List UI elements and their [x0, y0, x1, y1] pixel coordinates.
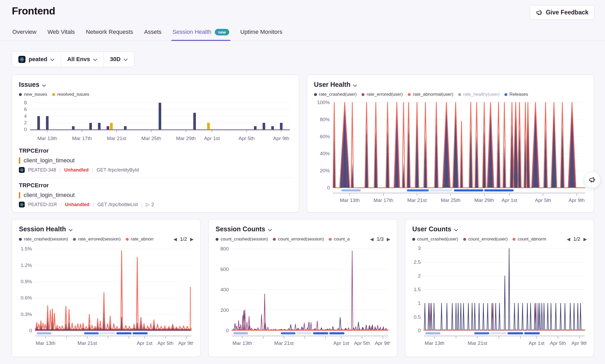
give-feedback-button[interactable]: Give Feedback — [530, 5, 594, 20]
session_counts-chart-svg: 0200400600800Mar 13thMar 21stApr 1stApr … — [216, 243, 390, 347]
environment-filter[interactable]: All Envs — [61, 52, 103, 67]
svg-text:Apr 9th: Apr 9th — [178, 340, 194, 346]
date-range-filter-label: 30D — [110, 56, 121, 63]
svg-text:Mar 21st: Mar 21st — [407, 197, 427, 203]
tab-label: Web Vitals — [48, 29, 75, 35]
issue-culprit[interactable]: client_login_timeout — [19, 192, 292, 199]
pager-prev-icon[interactable]: ◀ — [173, 237, 177, 242]
svg-text:Mar 17th: Mar 17th — [72, 136, 92, 141]
legend-item[interactable]: count_errored(user) — [463, 237, 508, 242]
session-health-panel-title[interactable]: Session Health — [19, 225, 194, 233]
session-health-chart[interactable]: 00.3%0.6%0.9%1.2%1.5%Mar 13thMar 21stApr… — [19, 243, 194, 347]
legend-item[interactable]: count_a — [329, 237, 350, 242]
issues-panel-title[interactable]: Issues — [19, 81, 292, 88]
legend-item[interactable]: count_errored(session) — [273, 237, 324, 242]
pager-next-icon[interactable]: ▶ — [583, 237, 587, 242]
session-counts-chart[interactable]: 0200400600800Mar 13thMar 21stApr 1stApr … — [216, 243, 390, 347]
svg-text:3: 3 — [418, 245, 421, 251]
tab-overview[interactable]: Overview — [12, 27, 37, 41]
tab-uptime-monitors[interactable]: Uptime Monitors — [240, 27, 283, 41]
legend-items: count_crashed(session)count_errored(sess… — [216, 237, 366, 242]
svg-text:8: 8 — [24, 100, 27, 105]
legend-item[interactable]: rate_errored(session) — [73, 237, 121, 242]
svg-text:1.5%: 1.5% — [21, 246, 32, 251]
legend-items: rate_crashed(user)rate_errored(user)rate… — [314, 92, 587, 97]
project-filter[interactable]: peated — [12, 52, 61, 67]
legend-label: rate_crashed(session) — [24, 237, 68, 242]
pager-prev-icon[interactable]: ◀ — [567, 237, 570, 242]
legend-label: Releases — [509, 92, 528, 97]
tab-network-requests[interactable]: Network Requests — [85, 27, 134, 41]
megaphone-icon — [589, 176, 596, 183]
svg-text:Apr 9th: Apr 9th — [273, 136, 289, 141]
error-level-bar — [19, 157, 20, 164]
chevron-down-icon — [268, 225, 272, 233]
svg-text:Mar 17th: Mar 17th — [373, 197, 393, 203]
legend-item[interactable]: rate_abnorr — [126, 237, 154, 242]
user-counts-panel-title[interactable]: User Counts — [412, 225, 587, 233]
issues-chart[interactable]: 02468Mar 13thMar 17thMar 21stMar 25thMar… — [19, 98, 292, 142]
svg-text:Mar 29th: Mar 29th — [176, 136, 196, 141]
legend-item[interactable]: rate_crashed(session) — [19, 237, 68, 242]
feedback-fab-button[interactable] — [584, 172, 601, 188]
separator: | — [60, 167, 61, 173]
project-filter-label: peated — [29, 56, 47, 63]
panel-title-label: Issues — [19, 81, 39, 88]
tab-label: Assets — [144, 29, 161, 35]
legend-item[interactable]: Releases — [504, 92, 528, 97]
legend-pager: ◀ 1/3 ▶ — [370, 236, 390, 242]
user-counts-chart[interactable]: 00.511.522.53Mar 13thMar 21stApr 1stApr … — [412, 243, 587, 347]
legend-label: rate_abnorr — [131, 237, 154, 242]
svg-text:Mar 13th: Mar 13th — [36, 340, 55, 346]
legend-item[interactable]: count_abnorm — [513, 237, 546, 242]
pager-prev-icon[interactable]: ◀ — [370, 237, 373, 242]
svg-text:2.5: 2.5 — [414, 259, 421, 265]
svg-text:Mar 21st: Mar 21st — [274, 340, 294, 346]
separator: | — [60, 202, 62, 207]
panel-user-health: User Health rate_crashed(user)rate_error… — [307, 75, 594, 212]
filter-bar: peated All Envs 30D — [12, 51, 134, 67]
issue-title-link[interactable]: TRPCError — [19, 182, 292, 189]
pager-next-icon[interactable]: ▶ — [387, 237, 390, 242]
user-health-panel-title[interactable]: User Health — [314, 81, 587, 88]
legend-item[interactable]: rate_errored(user) — [362, 92, 403, 97]
svg-text:0.5: 0.5 — [414, 314, 421, 320]
error-level-bar — [19, 192, 20, 199]
give-feedback-label: Give Feedback — [546, 9, 588, 16]
legend-item[interactable]: count_crashed(session) — [216, 237, 268, 242]
issue-title-link[interactable]: TRPCError — [19, 147, 292, 154]
legend-item[interactable]: count_crashed(user) — [412, 237, 458, 242]
issue-culprit-label: client_login_timeout — [24, 157, 75, 164]
chevron-down-icon — [50, 56, 54, 63]
legend-label: count_crashed(user) — [417, 237, 458, 242]
svg-text:Mar 21st: Mar 21st — [468, 340, 487, 346]
tab-assets[interactable]: Assets — [144, 27, 162, 41]
legend-label: count_errored(session) — [278, 237, 324, 242]
svg-text:2: 2 — [418, 273, 421, 279]
legend-label: rate_errored(session) — [78, 237, 121, 242]
user-health-chart[interactable]: 020%40%60%80%100%Mar 13thMar 17thMar 21s… — [314, 98, 587, 204]
panel-user-counts: User Counts count_crashed(user)count_err… — [405, 219, 594, 357]
chevron-down-icon — [124, 56, 128, 63]
session-counts-panel-title[interactable]: Session Counts — [216, 225, 390, 233]
legend-item[interactable]: rate_crashed(user) — [314, 92, 357, 97]
issue-culprit[interactable]: client_login_timeout — [19, 157, 292, 164]
legend-label: rate_errored(user) — [367, 92, 403, 97]
svg-text:Mar 13th: Mar 13th — [232, 340, 252, 346]
legend-item[interactable]: rate_abnormal(user) — [408, 92, 453, 97]
legend-item[interactable]: rate_healthy(user) — [458, 92, 499, 97]
top-bar: Frontend Give Feedback — [0, 0, 605, 20]
legend-item[interactable]: new_issues — [19, 92, 47, 97]
svg-text:Mar 21st: Mar 21st — [107, 136, 127, 141]
legend-item[interactable]: resolved_issues — [52, 92, 89, 97]
pager-page-label: 1/2 — [180, 236, 187, 242]
date-range-filter[interactable]: 30D — [103, 52, 134, 67]
pager-next-icon[interactable]: ▶ — [190, 237, 194, 242]
user_health-chart-svg: 020%40%60%80%100%Mar 13thMar 17thMar 21s… — [314, 98, 587, 204]
legend-items: rate_crashed(session)rate_errored(sessio… — [19, 237, 170, 242]
chevron-down-icon — [353, 81, 357, 88]
tab-web-vitals[interactable]: Web Vitals — [47, 27, 75, 41]
legend-label: new_issues — [24, 92, 47, 97]
tab-session-health[interactable]: Session Healthnew — [172, 27, 230, 41]
svg-text:Apr 5th: Apr 5th — [354, 340, 370, 346]
